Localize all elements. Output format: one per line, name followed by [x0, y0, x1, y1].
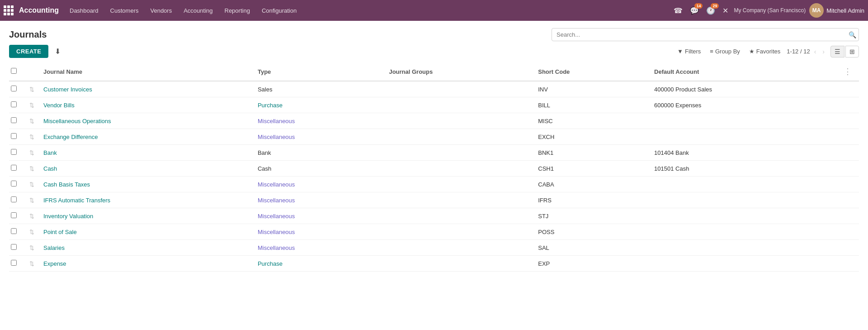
- nav-reporting[interactable]: Reporting: [219, 5, 255, 17]
- filters-button[interactable]: ▼ Filters: [675, 46, 703, 57]
- row-type[interactable]: Purchase: [252, 256, 383, 272]
- row-handle[interactable]: ⇅: [25, 224, 38, 240]
- row-handle[interactable]: ⇅: [25, 129, 38, 145]
- row-type[interactable]: Miscellaneous: [252, 192, 383, 208]
- activity-icon[interactable]: 🕐 29: [704, 5, 717, 17]
- kanban-view-button[interactable]: ⊞: [845, 46, 859, 57]
- row-handle[interactable]: ⇅: [25, 177, 38, 192]
- row-default-account: [649, 177, 836, 192]
- row-checkbox[interactable]: [11, 149, 17, 155]
- search-input[interactable]: [552, 28, 859, 41]
- row-extra: [836, 81, 859, 97]
- table-row: ⇅ Exchange Difference Miscellaneous EXCH: [9, 129, 859, 145]
- row-handle[interactable]: ⇅: [25, 161, 38, 177]
- row-type[interactable]: Miscellaneous: [252, 113, 383, 129]
- nav-accounting[interactable]: Accounting: [178, 5, 218, 17]
- row-short-code: EXCH: [533, 129, 649, 145]
- row-handle[interactable]: ⇅: [25, 256, 38, 272]
- row-handle[interactable]: ⇅: [25, 113, 38, 129]
- chat-icon[interactable]: 💬 14: [688, 5, 701, 17]
- row-extra: [836, 208, 859, 224]
- row-journal-name[interactable]: Expense: [38, 256, 252, 272]
- row-handle[interactable]: ⇅: [25, 81, 38, 97]
- row-journal-name[interactable]: IFRS Automatic Transfers: [38, 192, 252, 208]
- row-default-account: [649, 240, 836, 256]
- row-type[interactable]: Bank: [252, 145, 383, 161]
- pagination-text: 1-12 / 12: [787, 48, 810, 55]
- row-checkbox[interactable]: [11, 196, 17, 202]
- row-type[interactable]: Cash: [252, 161, 383, 177]
- row-checkbox[interactable]: [11, 181, 17, 187]
- toolbar: CREATE ⬇ ▼ Filters ≡ Group By ★ Favorite…: [9, 45, 859, 58]
- app-grid-icon: [4, 5, 14, 15]
- row-handle[interactable]: ⇅: [25, 97, 38, 113]
- search-button[interactable]: 🔍: [849, 31, 856, 38]
- row-handle[interactable]: ⇅: [25, 240, 38, 256]
- row-default-account: 600000 Expenses: [649, 97, 836, 113]
- table-row: ⇅ Point of Sale Miscellaneous POSS: [9, 224, 859, 240]
- column-menu-button[interactable]: ⋮: [842, 67, 854, 77]
- nav-vendors[interactable]: Vendors: [145, 5, 177, 17]
- select-all-header: [9, 62, 25, 81]
- row-journal-name[interactable]: Cash: [38, 161, 252, 177]
- table-row: ⇅ Miscellaneous Operations Miscellaneous…: [9, 113, 859, 129]
- row-short-code: SAL: [533, 240, 649, 256]
- row-type[interactable]: Miscellaneous: [252, 177, 383, 192]
- page-header: Journals 🔍: [9, 28, 859, 41]
- nav-configuration[interactable]: Configuration: [256, 5, 302, 17]
- user-area[interactable]: MA Mitchell Admin: [809, 3, 864, 18]
- filter-icon: ▼: [677, 48, 683, 55]
- groupby-button[interactable]: ≡ Group By: [707, 46, 743, 57]
- row-type[interactable]: Miscellaneous: [252, 240, 383, 256]
- col-short-code: Short Code: [533, 62, 649, 81]
- row-type[interactable]: Miscellaneous: [252, 129, 383, 145]
- phone-icon[interactable]: ☎: [672, 5, 684, 17]
- row-journal-name[interactable]: Cash Basis Taxes: [38, 177, 252, 192]
- row-type[interactable]: Miscellaneous: [252, 224, 383, 240]
- row-journal-name[interactable]: Miscellaneous Operations: [38, 113, 252, 129]
- list-view-button[interactable]: ☰: [830, 46, 844, 57]
- row-journal-name[interactable]: Exchange Difference: [38, 129, 252, 145]
- row-checkbox[interactable]: [11, 212, 17, 218]
- app-brand[interactable]: Accounting: [4, 5, 59, 15]
- table-row: ⇅ Vendor Bills Purchase BILL 600000 Expe…: [9, 97, 859, 113]
- col-default-account: Default Account: [649, 62, 836, 81]
- row-type[interactable]: Miscellaneous: [252, 208, 383, 224]
- row-journal-name[interactable]: Customer Invoices: [38, 81, 252, 97]
- nav-customers[interactable]: Customers: [105, 5, 144, 17]
- nav-dashboard[interactable]: Dashboard: [64, 5, 104, 17]
- row-type[interactable]: Sales: [252, 81, 383, 97]
- row-short-code: INV: [533, 81, 649, 97]
- row-checkbox[interactable]: [11, 260, 17, 266]
- row-handle[interactable]: ⇅: [25, 145, 38, 161]
- row-journal-name[interactable]: Inventory Valuation: [38, 208, 252, 224]
- select-all-checkbox[interactable]: [11, 68, 17, 74]
- next-page-button[interactable]: ›: [820, 47, 827, 56]
- row-checkbox[interactable]: [11, 117, 17, 123]
- prev-page-button[interactable]: ‹: [812, 47, 819, 56]
- create-button[interactable]: CREATE: [9, 45, 48, 58]
- row-journal-name[interactable]: Salaries: [38, 240, 252, 256]
- favorites-button[interactable]: ★ Favorites: [746, 46, 783, 57]
- row-handle[interactable]: ⇅: [25, 208, 38, 224]
- row-journal-name[interactable]: Bank: [38, 145, 252, 161]
- row-checkbox[interactable]: [11, 244, 17, 250]
- table-row: ⇅ Cash Cash CSH1 101501 Cash: [9, 161, 859, 177]
- download-button[interactable]: ⬇: [52, 45, 63, 57]
- row-checkbox[interactable]: [11, 86, 17, 91]
- row-checkbox[interactable]: [11, 165, 17, 171]
- row-checkbox-cell: [9, 145, 25, 161]
- row-journal-groups: [383, 161, 533, 177]
- row-type[interactable]: Purchase: [252, 97, 383, 113]
- row-checkbox[interactable]: [11, 133, 17, 139]
- row-checkbox[interactable]: [11, 101, 17, 107]
- nav-links: Dashboard Customers Vendors Accounting R…: [64, 5, 670, 17]
- row-journal-name[interactable]: Point of Sale: [38, 224, 252, 240]
- row-journal-name[interactable]: Vendor Bills: [38, 97, 252, 113]
- topnav: Accounting Dashboard Customers Vendors A…: [0, 0, 868, 21]
- row-handle[interactable]: ⇅: [25, 192, 38, 208]
- page-title: Journals: [9, 29, 47, 40]
- row-checkbox[interactable]: [11, 228, 17, 234]
- close-icon[interactable]: ✕: [721, 5, 730, 17]
- page-content: Journals 🔍 CREATE ⬇ ▼ Filters ≡ Group By…: [0, 21, 868, 330]
